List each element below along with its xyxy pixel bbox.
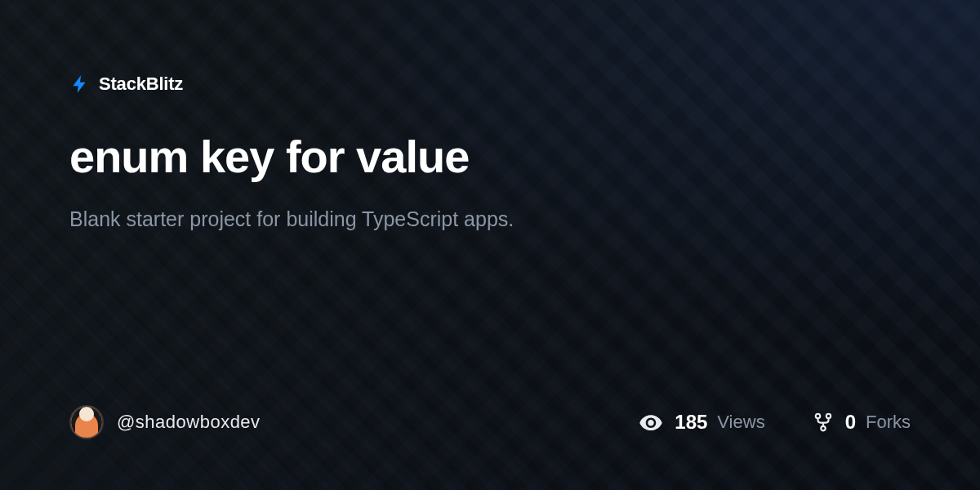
svg-point-1 bbox=[826, 414, 830, 418]
stats-row: 185 Views 0 Forks bbox=[639, 410, 911, 434]
bolt-icon bbox=[69, 74, 91, 95]
card-content: StackBlitz enum key for value Blank star… bbox=[0, 0, 980, 490]
views-stat: 185 Views bbox=[639, 410, 764, 434]
views-count: 185 bbox=[675, 411, 707, 434]
svg-point-2 bbox=[821, 426, 825, 430]
footer-row: @shadowboxdev 185 Views bbox=[69, 405, 911, 490]
avatar bbox=[69, 405, 104, 439]
forks-label: Forks bbox=[866, 412, 911, 433]
brand-name: StackBlitz bbox=[99, 74, 183, 95]
forks-count: 0 bbox=[845, 411, 856, 434]
brand-row: StackBlitz bbox=[69, 74, 911, 95]
svg-point-0 bbox=[815, 414, 819, 418]
views-label: Views bbox=[717, 412, 764, 433]
fork-icon bbox=[813, 412, 834, 433]
author-block[interactable]: @shadowboxdev bbox=[69, 405, 261, 439]
project-title: enum key for value bbox=[69, 131, 911, 182]
forks-stat: 0 Forks bbox=[813, 411, 911, 434]
author-username: @shadowboxdev bbox=[117, 412, 261, 433]
project-description: Blank starter project for building TypeS… bbox=[69, 205, 911, 234]
eye-icon bbox=[639, 410, 663, 434]
